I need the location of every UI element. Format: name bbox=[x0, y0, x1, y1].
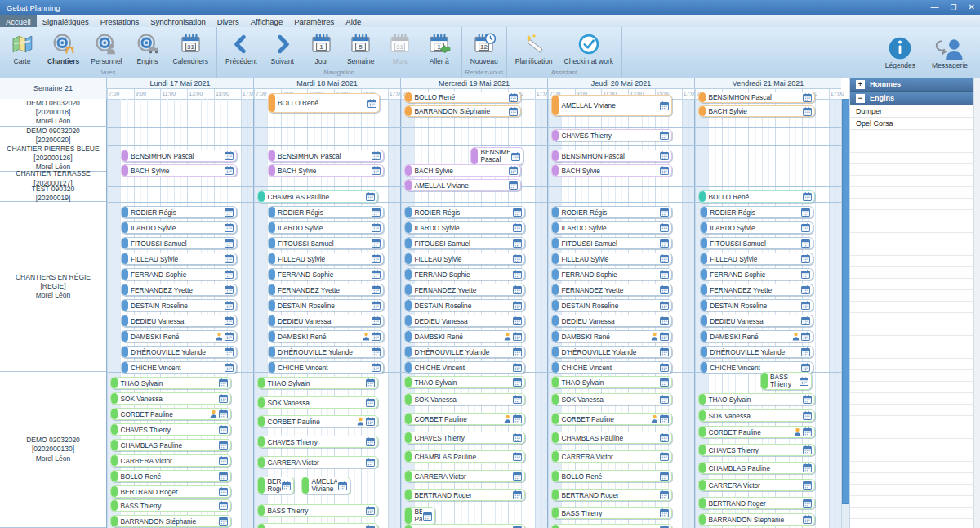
appointment-calendar-icon[interactable] bbox=[366, 437, 375, 446]
appointment-calendar-icon[interactable] bbox=[660, 223, 669, 232]
appointment-amellal-viviane[interactable]: AMELLAL Viviane bbox=[301, 477, 350, 494]
appointment-calendar-icon[interactable] bbox=[513, 270, 522, 279]
appointment-calendar-icon[interactable] bbox=[660, 301, 669, 310]
appointment-calendar-icon[interactable] bbox=[801, 239, 810, 248]
appointment-calendar-icon[interactable] bbox=[513, 395, 522, 404]
appointment-sok-vanessa[interactable]: SOK Vanessa bbox=[257, 396, 378, 409]
appointment-calendar-icon[interactable] bbox=[801, 254, 810, 263]
appointment-calendar-icon[interactable] bbox=[372, 223, 381, 232]
appointment-calendar-icon[interactable] bbox=[803, 463, 812, 472]
appointment-d-herouville-yolande[interactable]: D'HÉROUVILLE Yolande bbox=[700, 346, 813, 358]
appointment-chamblas-pauline[interactable]: CHAMBLAS Pauline bbox=[698, 462, 814, 474]
appointment-ilardo-sylvie[interactable]: ILARDO Sylvie bbox=[551, 221, 672, 234]
appointment-chamblas-pauline[interactable]: CHAMBLAS Pauline bbox=[257, 190, 378, 203]
appointment-bach-sylvie[interactable]: BACH Sylvie bbox=[698, 105, 814, 117]
appointment-fernandez-yvette[interactable]: FERNANDEZ Yvette bbox=[700, 284, 813, 296]
toolbar-personnel-button[interactable]: Personnel bbox=[85, 30, 127, 66]
appointment-amellal-viviane[interactable]: AMELLAL Viviane bbox=[551, 95, 672, 116]
appointment-dambski-rene[interactable]: DAMBSKI René bbox=[551, 330, 672, 342]
appointment-calendar-icon[interactable] bbox=[513, 285, 522, 294]
appointment-corbet-pauline[interactable]: CORBET Pauline bbox=[110, 408, 231, 420]
appointment-calendar-icon[interactable] bbox=[660, 239, 669, 248]
appointment-sok-vanessa[interactable]: SOK Vanessa bbox=[698, 409, 814, 422]
appointment-fernandez-yvette[interactable]: FERNANDEZ Yvette bbox=[404, 284, 525, 296]
appointment-calendar-icon[interactable] bbox=[366, 458, 375, 467]
appointment-corbet-pauline[interactable]: CORBET Pauline bbox=[404, 413, 525, 425]
appointment-calendar-icon[interactable] bbox=[513, 332, 522, 341]
appointment-calendar-icon[interactable] bbox=[372, 151, 381, 160]
appointment-calendar-icon[interactable] bbox=[366, 398, 375, 407]
appointment-calendar-icon[interactable] bbox=[423, 512, 432, 521]
collapse-icon[interactable]: − bbox=[856, 94, 865, 103]
appointment-bertrand-roger[interactable]: BERTRAND Roger bbox=[551, 489, 672, 501]
appointment-ilardo-sylvie[interactable]: ILARDO Sylvie bbox=[700, 221, 813, 234]
appointment-calendar-icon[interactable] bbox=[513, 472, 522, 481]
toolbar-calendriers-button[interactable]: 31Calendriers bbox=[167, 30, 214, 66]
menu-item-aide[interactable]: Aide bbox=[340, 15, 367, 27]
appointment-chaves-thierry[interactable]: CHAVES Thierry bbox=[257, 436, 378, 448]
appointment-calendar-icon[interactable] bbox=[801, 223, 810, 232]
appointment-chiche-vincent[interactable]: CHICHE Vincent bbox=[551, 361, 672, 374]
appointment-calendar-icon[interactable] bbox=[509, 93, 518, 102]
appointment-rodier-regis[interactable]: RODIER Régis bbox=[700, 206, 813, 218]
appointment-fitoussi-samuel[interactable]: FITOUSSI Samuel bbox=[404, 237, 525, 249]
appointment-calendar-icon[interactable] bbox=[509, 107, 518, 116]
appointment-calendar-icon[interactable] bbox=[219, 441, 228, 450]
appointment-bertrand-roger[interactable]: BERTRAND Roger bbox=[257, 477, 294, 494]
appointment-calendar-icon[interactable] bbox=[372, 166, 381, 175]
appointment-calendar-icon[interactable] bbox=[660, 254, 669, 263]
appointment-d-herouville-yolande[interactable]: D'HÉROUVILLE Yolande bbox=[404, 346, 525, 358]
appointment-calendar-icon[interactable] bbox=[219, 378, 228, 387]
appointment-bollo-rene[interactable]: BOLLO René bbox=[404, 92, 520, 103]
appointment-thao-sylvain[interactable]: THAO Sylvain bbox=[110, 377, 231, 389]
appointment-thao-sylvain[interactable]: THAO Sylvain bbox=[257, 377, 378, 389]
appointment-ferrand-sophie[interactable]: FERRAND Sophie bbox=[700, 268, 813, 280]
appointment-chamblas-pauline[interactable]: CHAMBLAS Pauline bbox=[110, 439, 231, 451]
appointment-calendar-icon[interactable] bbox=[366, 525, 375, 528]
appointment-fernandez-yvette[interactable]: FERNANDEZ Yvette bbox=[121, 284, 237, 296]
appointment-calendar-icon[interactable] bbox=[219, 487, 228, 496]
close-icon[interactable]: ✕ bbox=[969, 0, 975, 15]
toolbar-aller-a-button[interactable]: 1Aller à bbox=[420, 30, 459, 66]
appointment-calendar-icon[interactable] bbox=[338, 481, 347, 490]
appointment-calendar-icon[interactable] bbox=[660, 270, 669, 279]
appointment-bertrand-roger[interactable]: BERTRAND Roger bbox=[698, 497, 814, 509]
appointment-chiche-vincent[interactable]: CHICHE Vincent bbox=[121, 361, 237, 374]
toolbar-precedent-button[interactable]: Précédent bbox=[220, 30, 263, 66]
appointment-partial[interactable] bbox=[257, 523, 378, 528]
appointment-bertrand-roger[interactable]: BERTRAND Roger bbox=[110, 485, 231, 498]
appointment-rodier-regis[interactable]: RODIER Régis bbox=[268, 206, 384, 218]
appointment-calendar-icon[interactable] bbox=[660, 433, 669, 442]
appointment-calendar-icon[interactable] bbox=[219, 501, 228, 510]
appointment-sok-vanessa[interactable]: SOK Vanessa bbox=[110, 392, 231, 405]
appointment-calendar-icon[interactable] bbox=[513, 363, 522, 372]
appointment-calendar-icon[interactable] bbox=[803, 192, 812, 201]
appointment-calendar-icon[interactable] bbox=[513, 239, 522, 248]
appointment-calendar-icon[interactable] bbox=[803, 411, 812, 420]
appointment-fitoussi-samuel[interactable]: FITOUSSI Samuel bbox=[551, 237, 672, 249]
appointment-calendar-icon[interactable] bbox=[372, 332, 381, 341]
appointment-calendar-icon[interactable] bbox=[660, 395, 669, 404]
appointment-calendar-icon[interactable] bbox=[803, 93, 812, 102]
appointment-chamblas-pauline[interactable]: CHAMBLAS Pauline bbox=[404, 450, 525, 463]
appointment-bollo-rene[interactable]: BOLLO René bbox=[698, 190, 814, 203]
appointment-calendar-icon[interactable] bbox=[660, 472, 669, 481]
appointment-calendar-icon[interactable] bbox=[372, 254, 381, 263]
appointment-calendar-icon[interactable] bbox=[803, 445, 812, 454]
appointment-calendar-icon[interactable] bbox=[366, 506, 375, 515]
appointment-bensimhon-pascal[interactable]: BENSIMHON Pascal bbox=[551, 150, 672, 162]
toolbar-semaine-button[interactable]: 5Semaine bbox=[341, 30, 381, 66]
appointment-filleau-sylvie[interactable]: FILLEAU Sylvie bbox=[551, 253, 672, 265]
appointment-sok-vanessa[interactable]: SOK Vanessa bbox=[404, 393, 525, 405]
appointment-calendar-icon[interactable] bbox=[219, 456, 228, 465]
appointment-calendar-icon[interactable] bbox=[219, 517, 228, 526]
appointment-calendar-icon[interactable] bbox=[219, 472, 228, 481]
appointment-dedieu-vanessa[interactable]: DEDIEU Vanessa bbox=[268, 315, 384, 327]
sidebar-item-opel-corsa[interactable]: Opel Corsa bbox=[850, 118, 974, 130]
appointment-fitoussi-samuel[interactable]: FITOUSSI Samuel bbox=[268, 237, 384, 249]
appointment-filleau-sylvie[interactable]: FILLEAU Sylvie bbox=[700, 253, 813, 265]
appointment-destain-roseline[interactable]: DESTAIN Roseline bbox=[121, 299, 237, 311]
appointment-chiche-vincent[interactable]: CHICHE Vincent bbox=[268, 361, 384, 374]
appointment-calendar-icon[interactable] bbox=[225, 347, 234, 356]
appointment-ilardo-sylvie[interactable]: ILARDO Sylvie bbox=[121, 221, 237, 234]
